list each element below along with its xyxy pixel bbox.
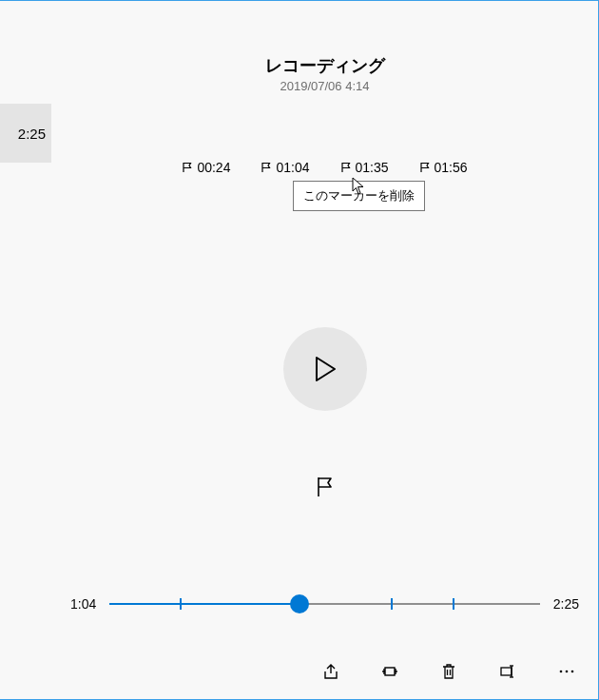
marker-time: 01:04 — [276, 160, 309, 175]
timeline-marker-tick — [180, 598, 182, 610]
total-time: 2:25 — [553, 596, 579, 612]
timeline-row: 1:04 2:25 — [70, 594, 579, 613]
marker-time: 01:35 — [356, 160, 389, 175]
flag-icon — [419, 162, 431, 173]
recording-datetime: 2019/07/06 4:14 — [51, 79, 598, 93]
flag-icon — [340, 162, 352, 173]
current-time: 1:04 — [70, 596, 96, 612]
play-icon — [314, 356, 337, 382]
delete-button[interactable] — [438, 661, 459, 682]
rename-button[interactable] — [497, 661, 518, 682]
marker-list: 00:2401:0401:3501:56このマーカーを削除 — [51, 160, 598, 175]
more-button[interactable] — [556, 661, 577, 682]
flag-icon — [261, 162, 272, 173]
seek-thumb[interactable] — [290, 594, 309, 613]
timeline-marker-tick — [391, 598, 393, 610]
timeline-marker-tick — [453, 598, 454, 610]
marker-time: 01:56 — [435, 160, 468, 175]
trim-icon — [380, 662, 399, 681]
marker-item[interactable]: 01:56 — [419, 160, 468, 175]
rename-icon — [498, 662, 517, 681]
flag-icon — [316, 476, 335, 497]
marker-item[interactable]: 01:04 — [261, 160, 309, 175]
svg-point-15 — [571, 671, 574, 673]
trash-icon — [439, 662, 458, 681]
recording-list-item[interactable]: 2:25 — [0, 104, 51, 163]
play-button[interactable] — [283, 327, 367, 411]
more-icon — [557, 662, 576, 681]
svg-rect-4 — [385, 668, 395, 675]
flag-icon — [182, 162, 193, 173]
trim-button[interactable] — [379, 661, 400, 682]
recording-item-duration: 2:25 — [18, 126, 46, 142]
recording-title: レコーディング — [51, 54, 598, 77]
svg-point-14 — [566, 671, 569, 673]
track-fill — [109, 603, 300, 605]
recording-header: レコーディング 2019/07/06 4:14 — [51, 1, 598, 93]
main-panel: レコーディング 2019/07/06 4:14 00:2401:0401:350… — [51, 1, 598, 699]
marker-item[interactable]: 01:35 — [340, 160, 389, 175]
marker-item[interactable]: 00:24 — [182, 160, 230, 175]
add-marker-button[interactable] — [306, 468, 344, 506]
sidebar: 2:25 — [0, 1, 51, 699]
marker-tooltip: このマーカーを削除 — [293, 181, 425, 211]
bottom-toolbar — [320, 661, 577, 682]
seek-slider[interactable] — [109, 594, 540, 613]
share-button[interactable] — [320, 661, 341, 682]
svg-rect-9 — [501, 668, 512, 675]
share-icon — [321, 662, 340, 681]
marker-time: 00:24 — [197, 160, 230, 175]
svg-point-13 — [560, 671, 563, 673]
